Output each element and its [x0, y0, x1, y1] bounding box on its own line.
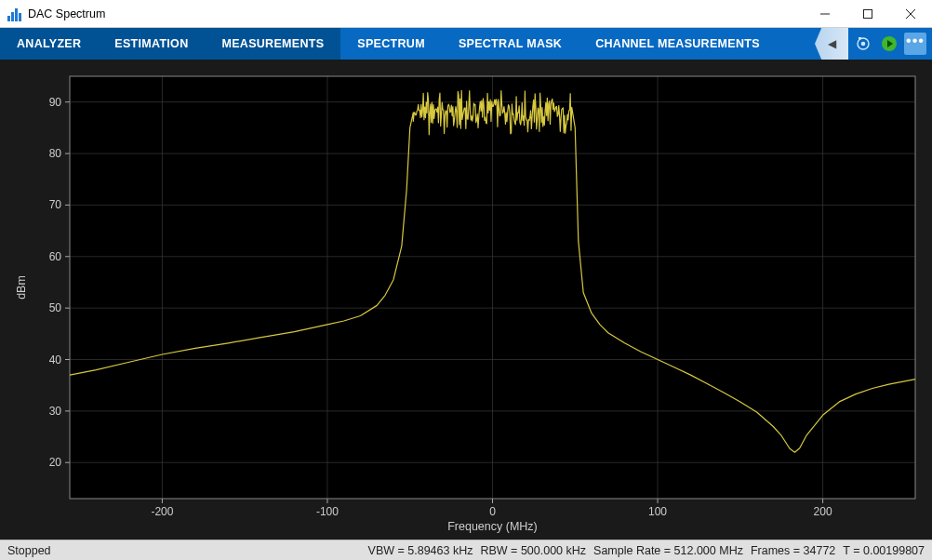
plot-area[interactable]: -200-10001002002030405060708090Frequency…: [0, 60, 932, 540]
status-vbw: VBW = 5.89463 kHz: [368, 544, 473, 557]
svg-text:200: 200: [814, 505, 832, 518]
tab-analyzer[interactable]: ANALYZER: [0, 28, 98, 60]
camera-button[interactable]: [852, 33, 874, 55]
svg-text:20: 20: [49, 456, 62, 469]
svg-text:80: 80: [49, 147, 62, 160]
minimize-button[interactable]: [804, 0, 846, 28]
tab-spectral-mask[interactable]: SPECTRAL MASK: [442, 28, 579, 60]
svg-text:50: 50: [49, 301, 62, 314]
status-time: T = 0.00199807: [843, 544, 925, 557]
svg-text:60: 60: [49, 250, 62, 263]
close-button[interactable]: [889, 0, 932, 28]
back-arrow-button[interactable]: ◀: [815, 28, 848, 60]
svg-text:40: 40: [49, 353, 62, 367]
svg-text:70: 70: [49, 198, 62, 211]
svg-text:30: 30: [49, 405, 62, 418]
status-state: Stopped: [7, 544, 51, 557]
status-bar: Stopped VBW = 5.89463 kHz RBW = 500.000 …: [0, 540, 932, 560]
svg-rect-6: [859, 37, 861, 39]
tab-channel-measurements[interactable]: CHANNEL MEASUREMENTS: [579, 28, 777, 60]
svg-point-5: [861, 42, 866, 47]
svg-text:0: 0: [489, 505, 496, 518]
svg-text:-200: -200: [151, 505, 173, 518]
window-title: DAC Spectrum: [28, 7, 105, 20]
status-rbw: RBW = 500.000 kHz: [480, 544, 586, 557]
svg-text:Frequency (MHz): Frequency (MHz): [447, 520, 538, 533]
svg-text:100: 100: [648, 505, 667, 518]
status-rate: Sample Rate = 512.000 MHz: [593, 544, 743, 557]
svg-text:-100: -100: [316, 505, 339, 518]
status-frames: Frames = 34772: [751, 544, 835, 557]
maximize-button[interactable]: [846, 0, 889, 28]
svg-text:90: 90: [49, 96, 62, 109]
tab-measurements[interactable]: MEASUREMENTS: [205, 28, 340, 60]
back-arrow-icon: ◀: [828, 37, 836, 50]
tab-spectrum[interactable]: SPECTRUM: [340, 28, 442, 60]
app-icon: [7, 7, 22, 21]
more-button[interactable]: •••: [904, 33, 926, 55]
svg-text:dBm: dBm: [15, 275, 28, 300]
tab-estimation[interactable]: ESTIMATION: [98, 28, 205, 60]
play-button[interactable]: [878, 33, 900, 55]
tab-bar: ANALYZER ESTIMATION MEASUREMENTS SPECTRU…: [0, 28, 932, 60]
svg-rect-1: [864, 9, 872, 18]
titlebar: DAC Spectrum: [0, 0, 932, 28]
